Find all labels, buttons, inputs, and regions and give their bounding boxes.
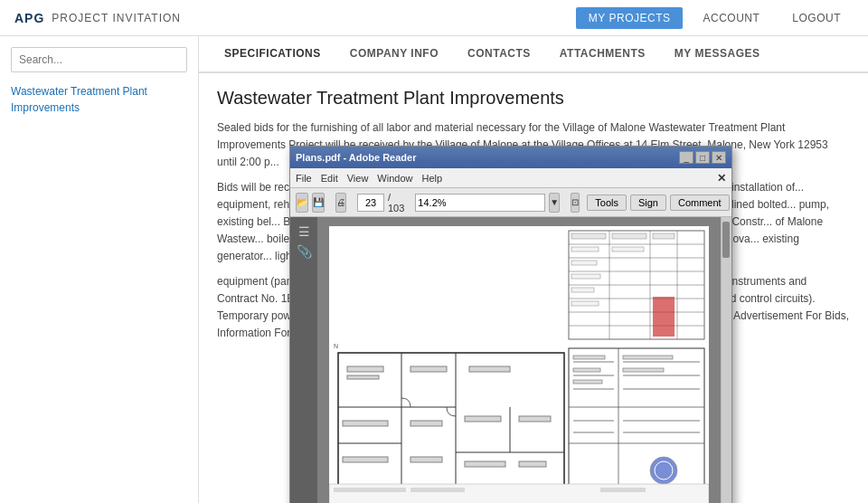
- header-right: MY PROJECTS ACCOUNT LOGOUT: [576, 7, 854, 29]
- pdf-save-icon[interactable]: 💾: [312, 193, 325, 213]
- svg-rect-12: [571, 233, 606, 239]
- pdf-menu-edit[interactable]: Edit: [321, 173, 338, 184]
- svg-rect-61: [573, 380, 602, 384]
- svg-rect-13: [612, 233, 646, 239]
- svg-rect-32: [347, 375, 379, 379]
- tab-contacts[interactable]: CONTACTS: [453, 36, 545, 73]
- svg-rect-18: [571, 274, 600, 279]
- pdf-comment-button[interactable]: Comment: [670, 195, 730, 211]
- svg-rect-34: [469, 366, 510, 372]
- pdf-sign-button[interactable]: Sign: [630, 195, 666, 211]
- pdf-page-input[interactable]: [357, 194, 384, 212]
- main-content: SPECIFICATIONS COMPANY INFO CONTACTS ATT…: [199, 36, 868, 503]
- tab-attachments[interactable]: ATTACHMENTS: [545, 36, 660, 73]
- sidebar: Wastewater Treatment Plant Improvements: [0, 36, 199, 503]
- pdf-left-panel: ☰ 📎: [290, 217, 317, 503]
- pdf-pages-icon[interactable]: ☰: [298, 224, 310, 239]
- svg-rect-21: [653, 297, 675, 337]
- pdf-title-label: Plans.pdf - Adobe Reader: [296, 152, 416, 163]
- svg-rect-42: [410, 457, 442, 462]
- sidebar-link-project[interactable]: Wastewater Treatment Plant Improvements: [11, 83, 187, 116]
- project-invitation-label: PROJECT INVITATION: [52, 12, 181, 24]
- pdf-close-button[interactable]: ✕: [712, 151, 726, 164]
- logout-button[interactable]: LOGOUT: [779, 7, 854, 29]
- svg-rect-15: [571, 247, 599, 252]
- svg-rect-69: [600, 488, 646, 492]
- layout: Wastewater Treatment Plant Improvements …: [0, 36, 868, 503]
- pdf-zoom-dropdown-icon[interactable]: ▼: [549, 193, 560, 213]
- svg-text:N: N: [334, 343, 338, 349]
- pdf-content: ☰ 📎: [290, 217, 731, 503]
- pdf-maximize-button[interactable]: □: [695, 151, 710, 164]
- pdf-scroll-thumb[interactable]: [722, 222, 730, 258]
- svg-rect-67: [334, 488, 406, 492]
- svg-rect-37: [465, 416, 501, 422]
- pdf-menu-file[interactable]: File: [296, 173, 312, 184]
- pdf-tools-button[interactable]: Tools: [587, 195, 627, 211]
- pdf-fit-icon[interactable]: ⊡: [571, 193, 580, 213]
- tab-specifications[interactable]: SPECIFICATIONS: [210, 36, 335, 73]
- pdf-menubar: File Edit View Window Help ✕: [290, 168, 731, 188]
- pdf-minimize-button[interactable]: _: [679, 151, 693, 164]
- svg-rect-36: [410, 421, 442, 426]
- pdf-menu-view[interactable]: View: [347, 173, 369, 184]
- svg-rect-68: [410, 488, 465, 492]
- tab-company-info[interactable]: COMPANY INFO: [335, 36, 453, 73]
- header-left: APG PROJECT INVITATION: [14, 11, 181, 25]
- svg-rect-17: [571, 261, 597, 265]
- page-title: Wastewater Treatment Plant Improvements: [217, 88, 850, 109]
- svg-rect-58: [623, 356, 673, 359]
- pdf-page-area: N PLAN: [317, 217, 721, 503]
- search-input[interactable]: [11, 47, 187, 72]
- pdf-page: N PLAN: [329, 226, 709, 503]
- pdf-menu-window[interactable]: Window: [377, 173, 412, 184]
- svg-rect-33: [410, 366, 447, 372]
- header: APG PROJECT INVITATION MY PROJECTS ACCOU…: [0, 0, 868, 36]
- pdf-toolbar: 📂 💾 🖨 / 103 ▼ ⊡ Tools Sign Comment: [290, 188, 731, 217]
- logo: APG: [14, 11, 44, 25]
- svg-rect-39: [465, 461, 505, 467]
- pdf-zoom-input[interactable]: [415, 194, 545, 212]
- svg-rect-57: [573, 356, 605, 359]
- pdf-menu-items: File Edit View Window Help: [296, 173, 442, 184]
- svg-rect-31: [347, 366, 383, 372]
- svg-rect-35: [343, 421, 388, 426]
- svg-rect-59: [573, 368, 600, 372]
- svg-rect-16: [612, 247, 644, 252]
- my-projects-button[interactable]: MY PROJECTS: [576, 7, 684, 29]
- svg-rect-41: [343, 457, 388, 462]
- pdf-attachments-icon[interactable]: 📎: [297, 244, 312, 259]
- svg-rect-20: [571, 301, 599, 306]
- svg-rect-66: [329, 484, 709, 503]
- content-area: Wastewater Treatment Plant Improvements …: [199, 73, 868, 503]
- pdf-page-total: / 103: [388, 192, 404, 214]
- pdf-window: Plans.pdf - Adobe Reader _ □ ✕ File Edit…: [289, 146, 732, 503]
- pdf-print-icon[interactable]: 🖨: [335, 193, 346, 213]
- svg-rect-60: [623, 368, 664, 372]
- tabs-bar: SPECIFICATIONS COMPANY INFO CONTACTS ATT…: [199, 36, 868, 73]
- svg-rect-14: [653, 233, 675, 239]
- svg-rect-38: [519, 416, 551, 422]
- tab-my-messages[interactable]: MY MESSAGES: [660, 36, 775, 73]
- svg-rect-40: [519, 461, 546, 467]
- pdf-scrollbar[interactable]: [721, 217, 731, 503]
- pdf-menu-help[interactable]: Help: [421, 173, 442, 184]
- pdf-window-controls: _ □ ✕: [679, 151, 726, 164]
- svg-rect-19: [571, 288, 594, 292]
- pdf-titlebar: Plans.pdf - Adobe Reader _ □ ✕: [290, 147, 731, 168]
- pdf-open-icon[interactable]: 📂: [296, 193, 308, 213]
- blueprint-drawing: N PLAN: [329, 226, 709, 503]
- account-button[interactable]: ACCOUNT: [690, 7, 772, 29]
- pdf-menubar-close[interactable]: ✕: [717, 172, 726, 185]
